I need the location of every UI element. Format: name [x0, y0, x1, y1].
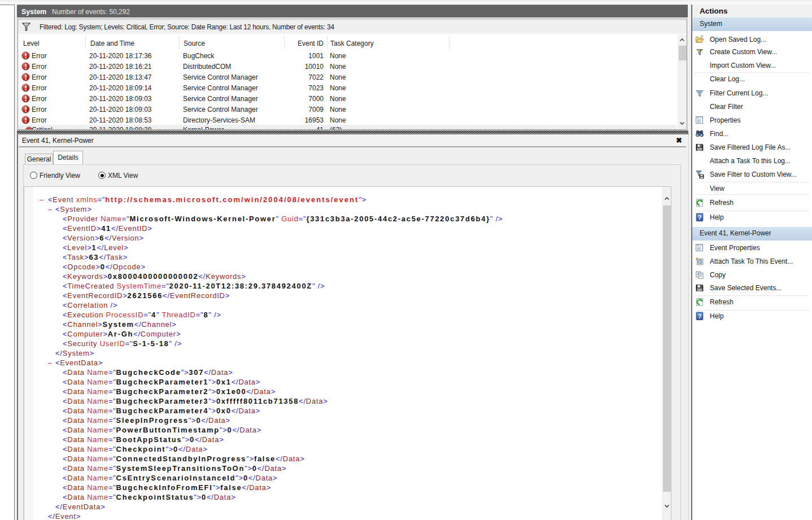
- svg-text:?: ?: [697, 214, 701, 221]
- svg-text:?: ?: [697, 313, 701, 320]
